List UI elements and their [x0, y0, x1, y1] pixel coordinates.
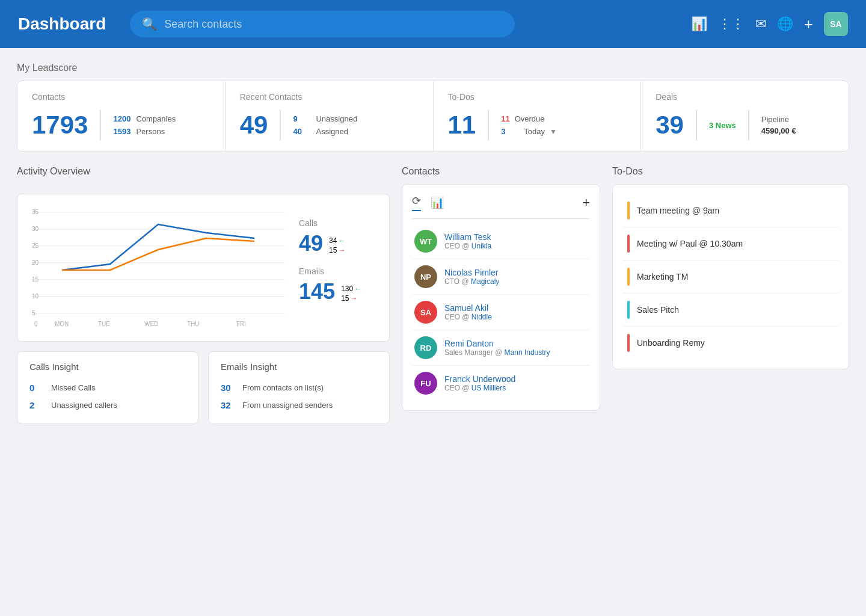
todo-item[interactable]: Marketing TM: [622, 260, 839, 294]
emails-outgoing: 15: [341, 294, 349, 303]
unassigned-callers-item: 2 Unassigned callers: [29, 396, 186, 414]
missed-calls-count: 0: [29, 383, 44, 393]
contacts-tab-refresh[interactable]: ⟳: [412, 194, 421, 211]
emails-sub: 130← 15→: [341, 285, 361, 303]
assigned-count: 40: [293, 127, 311, 136]
contacts-add-button[interactable]: +: [582, 195, 590, 211]
contact-item[interactable]: WT William Tesk CEO @ Unikla: [412, 224, 590, 259]
unassigned-callers-label: Unassigned callers: [51, 401, 117, 410]
contact-role: Sales Manager @ Mann Industry: [444, 348, 588, 357]
email-icon[interactable]: ✉: [755, 16, 766, 32]
todo-item[interactable]: Sales Pitch: [622, 294, 839, 327]
svg-text:30: 30: [32, 226, 39, 232]
todo-label: Team meeting @ 9am: [637, 206, 719, 215]
contact-avatar: NP: [414, 265, 437, 288]
contact-item[interactable]: FU Franck Underwood CEO @ US Milliers: [412, 366, 590, 401]
stats-icon[interactable]: 📊: [691, 16, 707, 32]
svg-text:0: 0: [34, 321, 38, 327]
contact-name[interactable]: Franck Underwood: [444, 374, 588, 384]
search-bar[interactable]: 🔍: [130, 11, 515, 37]
calls-insight-title: Calls Insight: [29, 362, 186, 372]
contact-name[interactable]: William Tesk: [444, 232, 588, 242]
add-icon[interactable]: +: [804, 15, 813, 34]
todo-label: Meeting w/ Paul @ 10.30am: [637, 239, 743, 248]
emails-stat: Emails 145 130← 15→: [299, 266, 377, 303]
pipeline-value: 4590,00 €: [761, 126, 796, 135]
contact-avatar: FU: [414, 372, 437, 395]
emails-label: Emails: [299, 266, 377, 276]
todo-item[interactable]: Meeting w/ Paul @ 10.30am: [622, 227, 839, 260]
bottom-row: Activity Overview: [17, 166, 849, 424]
companies-count: 1200: [113, 114, 131, 123]
contacts-section: Contacts ⟳ 📊 + WT William Tesk CEO @ Uni…: [402, 166, 600, 424]
calls-label: Calls: [299, 218, 377, 228]
emails-total: 145: [299, 281, 335, 303]
activity-card: 35 30 25 20 15 10 5 0 MON TUE WED: [17, 194, 390, 342]
contact-info: Remi Danton Sales Manager @ Mann Industr…: [444, 339, 588, 357]
emails-insight-card: Emails Insight 30 From contacts on list(…: [208, 351, 390, 424]
outgoing-email-arrow: →: [350, 294, 357, 303]
contacts-chart-icon[interactable]: 📊: [431, 196, 444, 209]
leadscore-todos: To-Dos 11 11 Overdue 3 Today ▼: [434, 81, 642, 151]
contact-avatar: SA: [414, 301, 437, 324]
grid-icon[interactable]: ⋮⋮: [718, 16, 745, 32]
contact-item[interactable]: NP Nicolas Pimler CTO @ Magicaly: [412, 259, 590, 295]
emails-incoming: 130: [341, 285, 353, 293]
today-dropdown-icon[interactable]: ▼: [550, 128, 557, 136]
contact-name[interactable]: Remi Danton: [444, 339, 588, 348]
avatar[interactable]: SA: [824, 12, 848, 36]
svg-text:20: 20: [32, 259, 39, 266]
contacts-big-number[interactable]: 1793: [32, 112, 88, 138]
from-unassigned-count: 32: [221, 400, 235, 410]
from-list-item: 30 From contacts on list(s): [221, 379, 377, 396]
contacts-card: ⟳ 📊 + WT William Tesk CEO @ Unikla NP Ni…: [402, 184, 600, 411]
contacts-list: WT William Tesk CEO @ Unikla NP Nicolas …: [412, 224, 590, 401]
leadscore-row: Contacts 1793 1200 Companies 1593 Person…: [17, 81, 849, 152]
contact-info: Franck Underwood CEO @ US Milliers: [444, 374, 588, 392]
divider: [748, 110, 749, 140]
todo-item[interactable]: Team meeting @ 9am: [622, 194, 839, 227]
todos-big-number[interactable]: 11: [448, 112, 476, 138]
svg-text:WED: WED: [144, 321, 158, 327]
outgoing-arrow: →: [338, 246, 345, 254]
leadscore-recent-contacts: Recent Contacts 49 9 Unassigned 40 Assig…: [226, 81, 434, 151]
activity-chart: 35 30 25 20 15 10 5 0 MON TUE WED: [29, 206, 287, 327]
contact-avatar: RD: [414, 336, 437, 359]
svg-text:5: 5: [32, 310, 35, 316]
missed-calls-item: 0 Missed Calls: [29, 379, 186, 396]
contact-name[interactable]: Nicolas Pimler: [444, 268, 588, 277]
contact-info: Nicolas Pimler CTO @ Magicaly: [444, 268, 588, 286]
emails-insight-title: Emails Insight: [221, 362, 377, 372]
recent-contacts-big-number[interactable]: 49: [240, 112, 268, 138]
deals-title: Deals: [656, 92, 834, 102]
contact-info: Samuel Akil CEO @ Niddle: [444, 303, 588, 321]
todo-label: Unboarding Remy: [637, 338, 705, 348]
contact-name[interactable]: Samuel Akil: [444, 303, 588, 313]
calls-sub: 34← 15→: [329, 236, 345, 254]
header: Dashboard 🔍 📊 ⋮⋮ ✉ 🌐 + SA: [0, 0, 866, 48]
globe-icon[interactable]: 🌐: [777, 16, 793, 32]
search-input[interactable]: [164, 18, 503, 31]
svg-text:35: 35: [32, 209, 39, 215]
todo-bar: [627, 235, 630, 253]
leadscore-deals: Deals 39 3 News Pipeline 4590,00 €: [641, 81, 849, 151]
todos-card: Team meeting @ 9am Meeting w/ Paul @ 10.…: [612, 184, 849, 369]
unassigned-callers-count: 2: [29, 400, 44, 410]
leadscore-label: My Leadscore: [17, 63, 849, 73]
contact-item[interactable]: RD Remi Danton Sales Manager @ Mann Indu…: [412, 330, 590, 366]
main-content: My Leadscore Contacts 1793 1200 Companie…: [0, 48, 866, 439]
calls-outgoing: 15: [329, 246, 337, 254]
header-icons: 📊 ⋮⋮ ✉ 🌐 + SA: [691, 12, 848, 36]
todo-item[interactable]: Unboarding Remy: [622, 327, 839, 359]
chart-stats: Calls 49 34← 15→ Emails: [299, 206, 377, 329]
todos-section-label: To-Dos: [612, 166, 849, 177]
from-unassigned-item: 32 From unassigned senders: [221, 396, 377, 414]
leadscore-contacts-title: Contacts: [32, 92, 210, 102]
from-list-label: From contacts on list(s): [242, 383, 324, 392]
contact-item[interactable]: SA Samuel Akil CEO @ Niddle: [412, 295, 590, 330]
deals-big-number[interactable]: 39: [656, 112, 684, 138]
insights-row: Calls Insight 0 Missed Calls 2 Unassigne…: [17, 351, 390, 424]
page-title: Dashboard: [18, 14, 106, 34]
assigned-label: Assigned: [316, 127, 348, 136]
calls-insight-card: Calls Insight 0 Missed Calls 2 Unassigne…: [17, 351, 198, 424]
